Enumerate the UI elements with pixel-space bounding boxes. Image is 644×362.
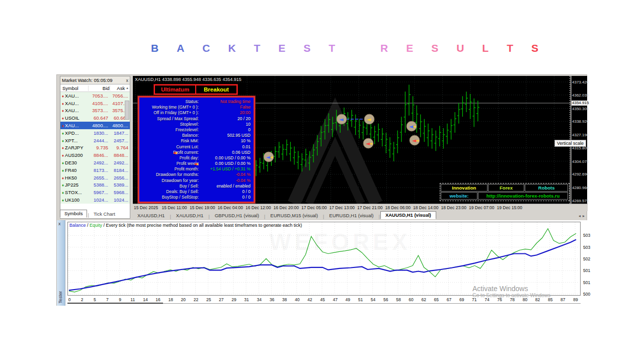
- close-icon[interactable]: x: [58, 221, 61, 226]
- title-letter: R: [380, 42, 388, 54]
- column-bid: Bid: [88, 85, 109, 91]
- symbol-name: XAU...: [65, 101, 78, 106]
- x-axis-label: 56: [383, 297, 388, 302]
- ea-button-breakout[interactable]: Breakout: [195, 85, 236, 94]
- down-marker-icon: ♦: [62, 109, 64, 113]
- market-watch-column-header: Symbol Bid Ask ▲: [60, 84, 130, 92]
- scrollbar-thumb[interactable]: [125, 101, 129, 120]
- x-axis-label: 38: [282, 297, 287, 302]
- market-watch-row[interactable]: ♦USOIL60.64760.660: [60, 114, 130, 122]
- chart-tab[interactable]: EURUSD,M15 (visual): [266, 212, 323, 219]
- symbol-cell: ♦ZARJPY: [60, 145, 88, 150]
- price-tick-label: 4292.690: [572, 172, 589, 176]
- market-watch-row[interactable]: ♦XAU...7053....7056....: [60, 92, 130, 100]
- symbol-name: ZARJPY: [65, 145, 83, 150]
- time-axis-label: 18 Dec 23:00: [441, 205, 467, 210]
- up-marker-icon: ♦: [62, 161, 64, 165]
- market-watch-row[interactable]: ♦XAU...3573....3575....: [60, 107, 130, 115]
- symbol-name: XAU...: [65, 108, 78, 113]
- market-watch-row[interactable]: ♦FR408173...8184...: [60, 166, 130, 174]
- close-icon[interactable]: x: [126, 78, 129, 83]
- ask-cell: 1847...: [108, 130, 129, 136]
- chart-tab[interactable]: XAUUSD,H1: [172, 212, 208, 219]
- down-marker-icon: ♦: [62, 102, 64, 106]
- down-marker-icon: ♦: [62, 176, 64, 180]
- ask-cell: 5968...: [108, 190, 129, 195]
- chart-tab[interactable]: EURUSD,H1 (visual): [325, 212, 378, 219]
- time-axis[interactable]: 15 Dec 202515 Dec 11:0015 Dec 19:0016 De…: [133, 204, 588, 211]
- tester-hscroll[interactable]: [67, 303, 581, 304]
- time-axis-label: 15 Dec 2025: [134, 205, 158, 210]
- x-axis-label: 27: [219, 297, 223, 302]
- chart-tab[interactable]: GBPUSD,H1 (visual): [210, 212, 264, 219]
- chart-tab[interactable]: XAUUSD,H1 (visual): [380, 211, 436, 219]
- scroll-up-icon[interactable]: ▲: [125, 86, 130, 89]
- symbol-cell: ♦DE30: [60, 160, 88, 165]
- current-price-label: 4354.915: [572, 101, 588, 106]
- column-ask: Ask: [110, 85, 125, 91]
- hscroll-thumb[interactable]: [67, 303, 163, 304]
- market-watch-row[interactable]: ♦AUS2008846...8848...: [60, 151, 130, 159]
- title-letter: E: [278, 42, 285, 54]
- ask-cell: 4800....: [108, 123, 129, 128]
- ea-button-ultimatum[interactable]: Ultimatum: [155, 85, 195, 94]
- x-axis-label: 31: [244, 297, 249, 302]
- market-watch-row[interactable]: ♦UK1001024...1024...: [60, 196, 130, 204]
- market-watch-row[interactable]: ♦DE302492...2492...: [60, 159, 130, 166]
- x-axis-label: 34: [257, 297, 262, 302]
- market-watch-tab-symbols[interactable]: Symbols: [60, 210, 87, 218]
- ea-panel-row: Balance:502.95 USD: [139, 133, 254, 138]
- symbol-name: JP225: [65, 182, 78, 188]
- price-tick-label: 4304.075: [572, 159, 589, 164]
- tab-nav-arrows[interactable]: ◂▸: [579, 214, 587, 218]
- time-axis-label: 15 Dec 11:00: [162, 205, 187, 210]
- market-watch-row[interactable]: ♦JP2255388...5389...: [60, 182, 130, 189]
- title-letter: S: [303, 42, 310, 54]
- x-axis-label: 0: [68, 297, 71, 302]
- price-tick-label: 4269.575: [572, 199, 589, 203]
- tester-legend: Balance / Equity / Every tick (the most …: [69, 223, 302, 228]
- ea-panel-row: Status:Not trading time: [139, 99, 254, 105]
- page: BACKTESTRESULTS Market Watch: 05:05:09 x…: [0, 0, 644, 362]
- x-axis-label: 87: [560, 297, 565, 302]
- x-axis-label: 65: [434, 297, 439, 302]
- up-marker-icon: ♦: [62, 139, 64, 143]
- ea-row-label: Current Lot:: [139, 144, 199, 150]
- title-letter: S: [531, 42, 538, 54]
- legend-part: Equity: [90, 223, 102, 228]
- market-watch-row[interactable]: ♦HK502655...2656...: [60, 174, 130, 182]
- ea-row-value: 20 / 20: [199, 116, 254, 122]
- market-watch-row[interactable]: ♦XAU...4105....4107....: [60, 100, 130, 107]
- market-watch-row[interactable]: ♦XPT...2444...2457...: [60, 137, 130, 144]
- tab-separator: |: [88, 212, 89, 218]
- x-axis-label: 11: [130, 297, 135, 302]
- tester-strip: x Tester: [57, 220, 65, 306]
- x-axis-label: 36: [270, 297, 274, 302]
- symbol-cell: ♦XAU...: [60, 108, 88, 113]
- time-axis-label: 16 Dec 20:00: [274, 205, 299, 210]
- ask-cell: 1024...: [108, 197, 129, 203]
- down-marker-icon: ♦: [62, 124, 64, 128]
- market-watch-panel: Market Watch: 05:05:09 x Symbol Bid Ask …: [60, 76, 130, 219]
- x-axis-label: 5: [94, 297, 96, 302]
- bid-cell: 2492...: [88, 160, 108, 165]
- market-watch-row[interactable]: ♦XAU...4800....4800....: [60, 122, 130, 129]
- market-watch-row[interactable]: ♦ZARJPY9.7359.764: [60, 144, 130, 152]
- market-watch-row[interactable]: ♦XPD...1830...1847...: [60, 129, 130, 137]
- symbol-name: XPT...: [65, 138, 77, 143]
- ea-panel-row: Spread / Max Spread:20 / 20: [139, 116, 254, 122]
- chart-tab[interactable]: XAUUSD,H1: [133, 212, 169, 219]
- ea-row-value: -0.04 %: [199, 172, 254, 177]
- title-letter: C: [202, 42, 210, 54]
- trade-arrow-secondary-icon: ◄: [416, 138, 419, 143]
- market-watch-tab-tick-chart[interactable]: Tick Chart: [90, 211, 119, 218]
- title-letter: A: [177, 42, 184, 54]
- tester-strip-label: Tester: [58, 291, 63, 304]
- main-chart[interactable]: ◄◄◄◄◄◄◄◄◄◄ XAUUSD,H1 4338.898 4355.948 4…: [133, 76, 571, 204]
- column-symbol: Symbol: [60, 85, 88, 91]
- info-cell: Forex: [488, 184, 525, 192]
- symbol-cell: ♦JP225: [60, 182, 88, 188]
- market-watch-row[interactable]: ♦STOX...5967...5968...: [60, 189, 130, 196]
- tab-separator: |: [170, 214, 171, 219]
- info-cell: website:: [441, 192, 477, 200]
